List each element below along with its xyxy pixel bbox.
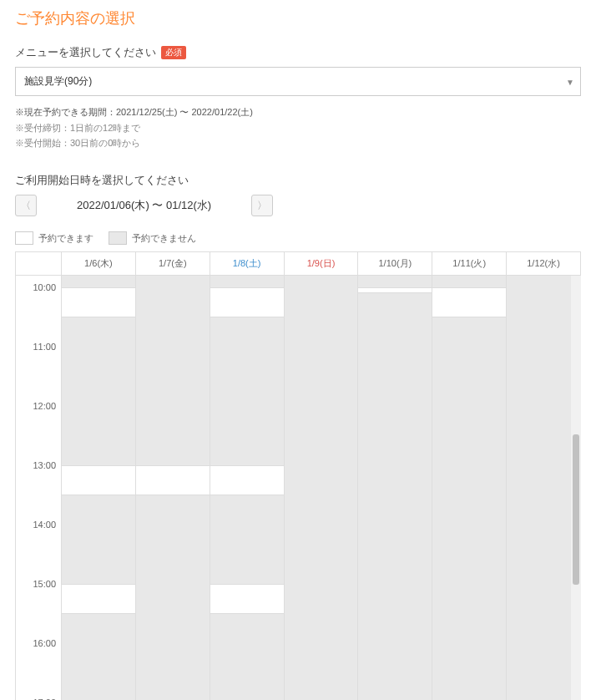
available-slot[interactable] [210, 584, 284, 614]
day-column [506, 276, 580, 700]
available-slot[interactable] [210, 465, 284, 495]
menu-label-text: メニューを選択してください [15, 45, 156, 60]
available-slot[interactable] [432, 287, 506, 317]
required-badge: 必須 [161, 46, 186, 59]
day-header: 1/8(土) [210, 252, 284, 275]
day-column [284, 276, 358, 700]
day-column [135, 276, 210, 700]
notes: ※現在予約できる期間：2021/12/25(土) 〜 2022/01/22(土)… [15, 104, 581, 151]
time-tick: 13:00 [33, 460, 56, 470]
date-section-label: ご利用開始日時を選択してください [15, 173, 581, 188]
time-tick: 16:00 [33, 638, 56, 648]
available-slot[interactable] [210, 287, 284, 317]
day-header: 1/11(火) [432, 252, 506, 275]
time-tick: 11:00 [33, 342, 56, 352]
date-nav: 〈 2022/01/06(木) 〜 01/12(水) 〉 [15, 195, 581, 216]
calendar-days [61, 276, 580, 700]
calendar: 1/6(木)1/7(金)1/8(土)1/9(日)1/10(月)1/11(火)1/… [15, 251, 581, 700]
available-slot[interactable] [62, 287, 135, 317]
calendar-body: 10:0011:0012:0013:0014:0015:0016:0017:00 [16, 276, 580, 700]
menu-select-value: 施設見学(90分) [24, 75, 92, 87]
calendar-header: 1/6(木)1/7(金)1/8(土)1/9(日)1/10(月)1/11(火)1/… [16, 252, 580, 276]
chevron-left-icon: 〈 [21, 199, 31, 213]
day-header: 1/12(水) [506, 252, 580, 275]
legend-available-label: 予約できます [38, 232, 93, 245]
time-tick: 10:00 [33, 282, 56, 292]
legend-unavailable: 予約できません [109, 231, 196, 245]
time-axis: 10:0011:0012:0013:0014:0015:0016:0017:00 [16, 276, 61, 700]
scrollbar[interactable] [571, 276, 581, 700]
scrollbar-thumb[interactable] [573, 434, 579, 585]
legend: 予約できます 予約できません [15, 231, 581, 245]
next-week-button[interactable]: 〉 [251, 195, 273, 216]
time-tick: 14:00 [33, 520, 56, 530]
swatch-unavailable-icon [109, 231, 127, 245]
day-column [432, 276, 506, 700]
note-deadline: ※受付締切：1日前の12時まで [15, 120, 581, 136]
day-header: 1/7(金) [135, 252, 210, 275]
time-tick: 12:00 [33, 401, 56, 411]
day-column [357, 276, 432, 700]
day-column [210, 276, 284, 700]
day-column [61, 276, 135, 700]
day-header: 1/6(木) [61, 252, 135, 275]
menu-section-label: メニューを選択してください 必須 [15, 45, 581, 60]
note-period: ※現在予約できる期間：2021/12/25(土) 〜 2022/01/22(土) [15, 104, 581, 120]
menu-select[interactable]: 施設見学(90分) [15, 67, 581, 96]
available-slot[interactable] [62, 465, 135, 495]
legend-available: 予約できます [15, 231, 93, 245]
available-slot[interactable] [62, 584, 135, 614]
page-title: ご予約内容の選択 [15, 8, 581, 28]
day-header: 1/9(日) [284, 252, 358, 275]
available-slot[interactable] [358, 287, 432, 293]
date-range: 2022/01/06(木) 〜 01/12(水) [77, 198, 211, 213]
swatch-available-icon [15, 231, 33, 245]
day-header: 1/10(月) [357, 252, 432, 275]
note-open: ※受付開始：30日前の0時から [15, 135, 581, 151]
chevron-right-icon: 〉 [257, 199, 267, 213]
legend-unavailable-label: 予約できません [132, 232, 196, 245]
available-slot[interactable] [136, 465, 210, 495]
time-tick: 15:00 [33, 579, 56, 589]
prev-week-button[interactable]: 〈 [15, 195, 37, 216]
